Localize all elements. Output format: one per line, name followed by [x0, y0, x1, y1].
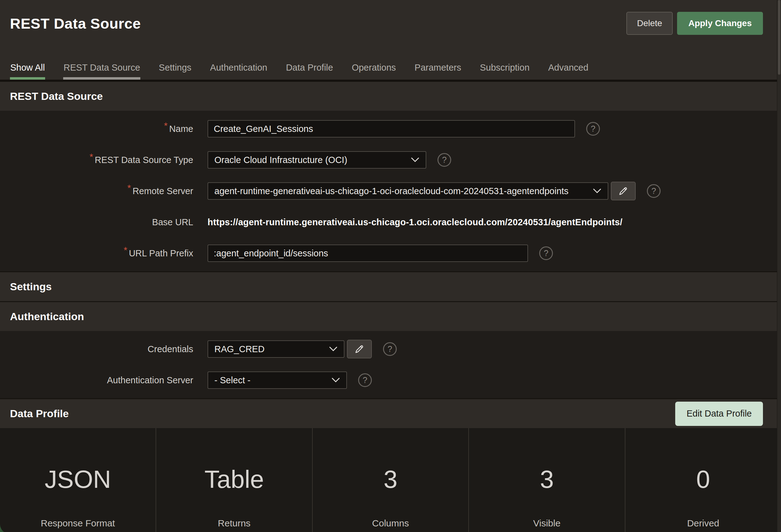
- credentials-select[interactable]: RAG_CRED: [208, 340, 344, 358]
- page-title: REST Data Source: [10, 15, 141, 32]
- stat-derived: 0 Derived: [625, 428, 781, 532]
- chevron-down-icon: [593, 188, 602, 194]
- edit-data-profile-button[interactable]: Edit Data Profile: [675, 402, 763, 426]
- section-header-data-profile: Data Profile Edit Data Profile: [0, 398, 781, 428]
- edit-credentials-button[interactable]: [347, 340, 372, 358]
- rest-data-source-type-select[interactable]: Oracle Cloud Infrastructure (OCI): [208, 151, 426, 169]
- stat-value: JSON: [45, 465, 111, 494]
- tab-rest-data-source[interactable]: REST Data Source: [63, 63, 140, 80]
- stat-label: Visible: [469, 518, 624, 532]
- help-icon[interactable]: ?: [539, 246, 553, 260]
- tab-data-profile[interactable]: Data Profile: [286, 63, 334, 80]
- required-marker: *: [90, 152, 93, 162]
- type-label: *REST Data Source Type: [0, 155, 208, 165]
- section-title: Data Profile: [10, 408, 69, 420]
- name-label: *Name: [0, 124, 208, 134]
- section-header-authentication: Authentication: [0, 301, 781, 331]
- edit-pencil-icon: [354, 343, 365, 355]
- stat-value: 3: [540, 465, 554, 494]
- help-icon[interactable]: ?: [586, 122, 600, 136]
- field-row-authentication-server: Authentication Server - Select - ?: [0, 365, 781, 396]
- help-icon[interactable]: ?: [383, 342, 397, 356]
- chevron-down-icon: [329, 346, 338, 352]
- rest-data-source-form: *Name ? *REST Data Source Type Oracle Cl…: [0, 111, 781, 271]
- scrollbar-track[interactable]: [777, 0, 781, 532]
- name-input[interactable]: [208, 120, 575, 137]
- delete-button[interactable]: Delete: [626, 12, 673, 35]
- tab-bar: Show All REST Data Source Settings Authe…: [0, 63, 607, 80]
- stat-returns: Table Returns: [156, 428, 313, 532]
- tab-parameters[interactable]: Parameters: [414, 63, 461, 80]
- section-header-settings: Settings: [0, 271, 781, 301]
- tab-show-all[interactable]: Show All: [10, 63, 45, 80]
- help-icon[interactable]: ?: [358, 373, 372, 387]
- edit-remote-server-button[interactable]: [611, 182, 636, 200]
- tab-settings[interactable]: Settings: [158, 63, 192, 80]
- stat-columns: 3 Columns: [313, 428, 469, 532]
- tab-operations[interactable]: Operations: [351, 63, 396, 80]
- stat-response-format: JSON Response Format: [0, 428, 156, 532]
- required-marker: *: [164, 120, 168, 131]
- field-row-remote-server: *Remote Server agent-runtime-generativea…: [0, 175, 781, 207]
- field-row-credentials: Credentials RAG_CRED ?: [0, 333, 781, 365]
- authentication-server-select[interactable]: - Select -: [208, 371, 347, 389]
- stat-visible: 3 Visible: [469, 428, 625, 532]
- section-title: Settings: [10, 281, 52, 293]
- stat-label: Derived: [625, 518, 781, 532]
- stat-label: Columns: [313, 518, 468, 532]
- chevron-down-icon: [331, 377, 340, 383]
- stat-value: 3: [384, 465, 398, 494]
- authentication-form: Credentials RAG_CRED ? Authentication Se…: [0, 331, 781, 398]
- stat-label: Response Format: [0, 518, 156, 532]
- remote-server-label: *Remote Server: [0, 186, 208, 196]
- field-row-type: *REST Data Source Type Oracle Cloud Infr…: [0, 145, 781, 175]
- stat-value: Table: [204, 465, 264, 494]
- url-path-prefix-label: *URL Path Prefix: [0, 248, 208, 258]
- apply-changes-button[interactable]: Apply Changes: [677, 12, 763, 35]
- help-icon[interactable]: ?: [647, 184, 661, 198]
- required-marker: *: [124, 245, 127, 255]
- remote-server-select[interactable]: agent-runtime-generativeai-us-chicago-1-…: [208, 182, 608, 200]
- rest-data-source-page: REST Data Source Delete Apply Changes Sh…: [0, 0, 781, 532]
- stat-label: Returns: [156, 518, 312, 532]
- field-row-name: *Name ?: [0, 113, 781, 145]
- credentials-label: Credentials: [0, 344, 208, 354]
- section-header-rest-data-source: REST Data Source: [0, 81, 781, 111]
- field-row-url-path-prefix: *URL Path Prefix ?: [0, 238, 781, 269]
- page-header: REST Data Source Delete Apply Changes Sh…: [0, 0, 781, 81]
- section-title: Authentication: [10, 311, 84, 323]
- scrollbar-thumb[interactable]: [778, 0, 780, 75]
- edit-pencil-icon: [618, 186, 629, 197]
- authentication-server-label: Authentication Server: [0, 375, 208, 385]
- tab-advanced[interactable]: Advanced: [548, 63, 589, 80]
- tab-authentication[interactable]: Authentication: [210, 63, 268, 80]
- required-marker: *: [127, 182, 131, 193]
- header-row: REST Data Source Delete Apply Changes: [0, 0, 781, 35]
- data-profile-stats: JSON Response Format Table Returns 3 Col…: [0, 428, 781, 532]
- help-icon[interactable]: ?: [438, 153, 451, 167]
- base-url-value: https://agent-runtime.generativeai.us-ch…: [208, 217, 622, 228]
- header-actions: Delete Apply Changes: [626, 12, 763, 35]
- section-title: REST Data Source: [10, 90, 103, 103]
- base-url-label: Base URL: [0, 217, 208, 228]
- url-path-prefix-input[interactable]: [208, 245, 528, 262]
- stat-value: 0: [696, 465, 710, 494]
- chevron-down-icon: [411, 157, 419, 163]
- tab-subscription[interactable]: Subscription: [480, 63, 530, 80]
- field-row-base-url: Base URL https://agent-runtime.generativ…: [0, 207, 781, 238]
